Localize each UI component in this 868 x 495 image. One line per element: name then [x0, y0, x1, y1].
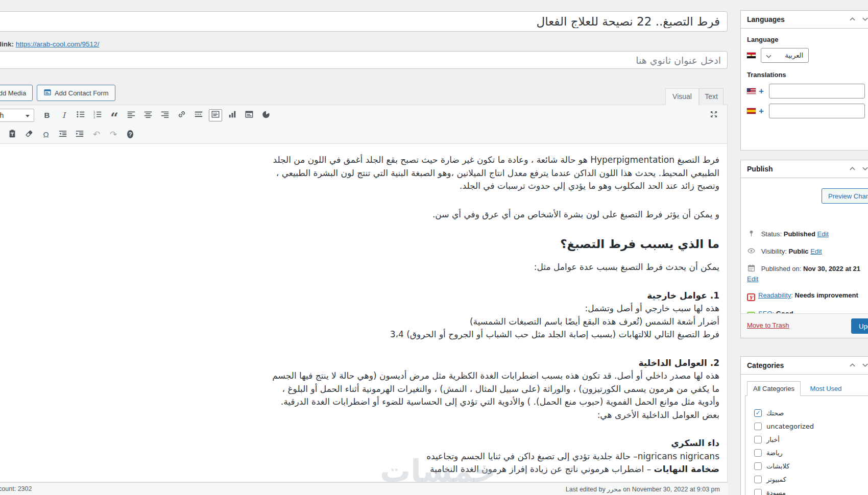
- outdent-button[interactable]: [56, 128, 69, 140]
- section-diabetes: داء السكريnigricans nigricans– حالة جلدي…: [0, 437, 719, 476]
- secondary-title-input[interactable]: [0, 51, 728, 69]
- move-up-icon[interactable]: [849, 17, 856, 21]
- wp-classic-post-editor: Permalink: https://arab-cool.com/9512/ A…: [0, 0, 868, 495]
- checkbox[interactable]: [754, 476, 762, 483]
- bar-chart-icon: [228, 110, 237, 120]
- edit-visibility-link[interactable]: Edit: [810, 247, 822, 255]
- post-title-input[interactable]: [0, 11, 728, 32]
- redo-button[interactable]: ↷: [107, 128, 120, 140]
- word-count-value: 2302: [18, 485, 32, 492]
- checkbox-checked[interactable]: ✓: [754, 409, 762, 417]
- outdent-icon: [58, 129, 67, 140]
- readability-link[interactable]: Readability: [758, 291, 791, 299]
- paragraph-format-select[interactable]: Paragraph: [0, 109, 34, 122]
- visibility-value: Public: [789, 247, 809, 255]
- translation-input-english[interactable]: [769, 84, 865, 98]
- align-right-button[interactable]: [158, 109, 172, 121]
- clipboard-icon: [8, 129, 17, 140]
- clear-formatting-button[interactable]: [22, 128, 36, 140]
- align-center-button[interactable]: [141, 109, 155, 121]
- united-states-flag-icon: [747, 88, 756, 94]
- category-row: كمبيوتر: [754, 473, 868, 486]
- external-factors-body: هذه لها سبب خارجي أو أصل وتشمل: أضرار أش…: [390, 303, 719, 339]
- category-row: ✓ صحتك: [754, 406, 868, 419]
- editor-content[interactable]: فرط التصبغ Hyperpigmentation هو حالة شائ…: [0, 144, 727, 482]
- add-media-button[interactable]: Add Media: [0, 85, 33, 101]
- move-up-icon[interactable]: [849, 166, 856, 171]
- checkbox[interactable]: [754, 462, 762, 470]
- section-heading-causes: ما الذي يسبب فرط التصبغ؟: [0, 236, 719, 252]
- bold-button[interactable]: B: [40, 109, 54, 121]
- special-character-button[interactable]: Ω: [39, 128, 53, 140]
- publish-panel-header[interactable]: Publish: [741, 160, 868, 178]
- move-down-icon[interactable]: [862, 166, 868, 171]
- categories-panel-header[interactable]: Categories: [741, 357, 868, 375]
- chevron-down-icon: [26, 115, 30, 117]
- checkbox[interactable]: [754, 423, 762, 430]
- add-translation-icon[interactable]: +: [759, 107, 764, 115]
- tab-text[interactable]: Text: [699, 88, 724, 105]
- add-translation-icon[interactable]: +: [759, 87, 764, 95]
- pie-chart-button[interactable]: [259, 109, 273, 121]
- status-row: Status: Published Edit: [747, 229, 868, 238]
- update-button[interactable]: Update: [851, 318, 868, 334]
- separator: :: [791, 291, 794, 299]
- form-table-button[interactable]: [243, 109, 256, 121]
- word-count-label: Word count:: [0, 485, 18, 492]
- text-color-button[interactable]: A: [0, 128, 2, 140]
- move-to-trash-link[interactable]: Move to Trash: [747, 321, 789, 329]
- category-row: أخبار: [754, 433, 868, 446]
- spain-flag-icon: [747, 108, 756, 114]
- read-more-tag-button[interactable]: [192, 109, 205, 121]
- checkbox[interactable]: [754, 489, 762, 495]
- toolbar-toggle-button[interactable]: [209, 109, 222, 121]
- status-value: Published: [784, 230, 815, 238]
- numbered-list-button[interactable]: 123: [91, 109, 104, 121]
- permalink: Permalink: https://arab-cool.com/9512/: [0, 40, 99, 48]
- edit-status-link[interactable]: Edit: [817, 230, 828, 238]
- undo-button[interactable]: ↶: [90, 128, 103, 140]
- translation-input-spanish[interactable]: [769, 104, 865, 118]
- published-on-row: Published on: Nov 30, 2022 at 21: [747, 264, 868, 273]
- move-down-icon[interactable]: [862, 363, 868, 367]
- move-up-icon[interactable]: [849, 363, 856, 367]
- bar-chart-button[interactable]: [226, 109, 239, 121]
- checkbox[interactable]: [754, 436, 762, 443]
- pin-icon: [747, 229, 757, 237]
- acromegaly-desc: – اضطراب هرموني ناتج عن زيادة إفراز هرمو…: [430, 464, 654, 474]
- preview-changes-button[interactable]: Preview Changes: [822, 188, 868, 204]
- language-select[interactable]: العربية: [761, 48, 809, 63]
- help-button[interactable]: ?: [124, 128, 137, 140]
- category-label: مسودة: [766, 489, 786, 495]
- blockquote-icon: “: [110, 116, 118, 121]
- add-contact-form-label: Add Contact Form: [55, 89, 109, 97]
- align-left-button[interactable]: [125, 109, 138, 121]
- indent-icon: [75, 129, 84, 140]
- languages-panel: Languages Language العربية Translations …: [740, 10, 868, 151]
- move-down-icon[interactable]: [862, 17, 868, 21]
- editor-status-bar: Word count: 2302 Last edited by محرر on …: [0, 482, 728, 495]
- tab-visual[interactable]: Visual: [665, 88, 699, 105]
- omega-icon: Ω: [43, 130, 49, 139]
- word-count: Word count: 2302: [0, 485, 32, 492]
- blockquote-button[interactable]: “: [108, 109, 121, 121]
- languages-panel-header[interactable]: Languages: [741, 11, 868, 29]
- bulleted-list-button[interactable]: [74, 109, 87, 121]
- permalink-link[interactable]: https://arab-cool.com/9512/: [16, 40, 100, 48]
- internal-factors-title: 2. العوامل الداخلية: [639, 358, 719, 368]
- insert-link-button[interactable]: [175, 109, 188, 121]
- readability-value: Needs improvement: [795, 291, 858, 299]
- tab-most-used[interactable]: Most Used: [810, 385, 841, 392]
- egypt-flag-icon: [747, 53, 756, 58]
- acromegaly-term: ضخامة النهايات: [654, 464, 719, 474]
- indent-button[interactable]: [73, 128, 86, 140]
- add-contact-form-button[interactable]: Add Contact Form: [37, 85, 115, 101]
- fullscreen-icon: [709, 110, 718, 120]
- fullscreen-button[interactable]: [707, 109, 720, 121]
- published-on-value: Nov 30, 2022 at 21: [803, 265, 860, 273]
- tab-all-categories[interactable]: All Categories: [747, 381, 801, 396]
- edit-published-date-link[interactable]: Edit: [747, 275, 758, 283]
- paste-as-text-button[interactable]: [6, 128, 19, 140]
- italic-button[interactable]: I: [57, 109, 70, 121]
- checkbox[interactable]: [754, 449, 762, 457]
